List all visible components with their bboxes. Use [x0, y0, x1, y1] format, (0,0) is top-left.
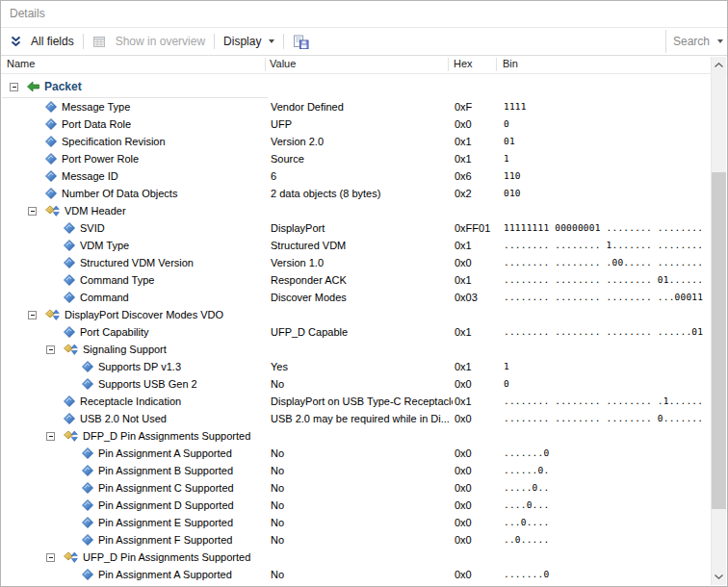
- row-label: Supports USB Gen 2: [98, 375, 197, 393]
- group-row[interactable]: DFP_D Pin Assignments Supported: [2, 427, 711, 445]
- show-in-overview-button[interactable]: Show in overview: [87, 32, 211, 51]
- field-row[interactable]: Message ID60x6110: [2, 167, 711, 185]
- row-label: SVID: [80, 219, 105, 237]
- field-row[interactable]: Pin Assignment E SupportedNo0x0...0....: [2, 514, 711, 531]
- field-row[interactable]: VDM TypeStructured VDM0x1........ ......…: [2, 237, 711, 254]
- group-row[interactable]: UFP_D Pin Assignments Supported: [2, 549, 711, 566]
- expander-minus-icon[interactable]: [46, 553, 55, 562]
- field-row[interactable]: Command TypeResponder ACK0x1........ ...…: [2, 271, 711, 289]
- field-row[interactable]: Pin Assignment A SupportedNo0x0.......0: [2, 566, 711, 583]
- field-row[interactable]: Supports USB Gen 2No0x00: [2, 375, 711, 393]
- row-value: No: [271, 479, 453, 497]
- group-row[interactable]: Signaling Support: [2, 341, 711, 358]
- field-diamond-icon: [64, 257, 75, 268]
- expander-minus-icon[interactable]: [28, 207, 37, 216]
- row-label: Port Power Role: [62, 150, 139, 167]
- field-row[interactable]: Port CapabilityUFP_D Capable0x1........ …: [2, 323, 711, 341]
- field-row[interactable]: Supports DP v1.3Yes0x11: [2, 358, 711, 375]
- row-value: Responder ACK: [271, 271, 453, 289]
- column-divider[interactable]: [496, 58, 497, 71]
- row-bin: .......0: [504, 566, 549, 583]
- row-value: Structured VDM: [271, 237, 453, 254]
- show-in-overview-label: Show in overview: [116, 35, 205, 48]
- row-value: DisplayPort: [271, 219, 453, 237]
- group-icon: [64, 430, 78, 443]
- row-bin: 0: [504, 375, 509, 393]
- scrollbar-up-icon[interactable]: [712, 57, 726, 73]
- row-value: 2 data objects (8 bytes): [271, 185, 453, 202]
- group-row[interactable]: VDM Header: [2, 202, 711, 219]
- row-bin: ....0...: [504, 497, 549, 514]
- name-cell: DisplayPort Discover Modes VDO: [2, 306, 711, 323]
- row-label: Pin Assignment F Supported: [98, 531, 232, 549]
- expander-minus-icon[interactable]: [10, 83, 18, 91]
- export-report-button[interactable]: [287, 32, 320, 52]
- row-hex: 0x1: [455, 133, 472, 150]
- row-bin: 0: [504, 115, 509, 133]
- field-row[interactable]: Port Power RoleSource0x11: [2, 150, 711, 167]
- field-row[interactable]: CommandDiscover Modes0x03........ ......…: [2, 289, 711, 306]
- field-row[interactable]: Receptacle IndicationDisplayPort on USB …: [2, 393, 711, 410]
- field-row[interactable]: Pin Assignment D SupportedNo0x0....0...: [2, 497, 711, 514]
- chevron-down-icon: [269, 39, 274, 43]
- row-value: Version 1.0: [271, 254, 453, 271]
- row-bin: 11111111 00000001 ........ ........: [504, 219, 703, 237]
- row-label: Packet: [44, 75, 82, 98]
- row-label: Port Data Role: [62, 115, 131, 133]
- field-row[interactable]: Specification RevisionVersion 2.00x101: [2, 133, 711, 150]
- row-value: Discover Modes: [271, 289, 453, 306]
- row-value: No: [271, 531, 453, 549]
- name-cell: DFP_D Pin Assignments Supported: [2, 427, 711, 445]
- column-header-hex[interactable]: Hex: [454, 58, 473, 69]
- field-row[interactable]: Port Data RoleUFP0x00: [2, 115, 711, 133]
- row-value: No: [271, 375, 453, 393]
- name-cell: Signaling Support: [2, 341, 711, 358]
- row-hex: 0x1: [455, 358, 472, 375]
- column-divider[interactable]: [265, 58, 266, 71]
- field-diamond-icon: [64, 240, 75, 251]
- row-hex: 0x0: [455, 566, 472, 583]
- vertical-scrollbar[interactable]: [711, 57, 726, 585]
- column-divider[interactable]: [448, 58, 449, 71]
- row-hex: 0xF: [455, 98, 472, 115]
- field-row[interactable]: Pin Assignment C SupportedNo0x0.....0..: [2, 479, 711, 497]
- row-hex: 0x0: [455, 115, 472, 133]
- packet-row[interactable]: Packet: [2, 75, 711, 98]
- field-row[interactable]: Structured VDM VersionVersion 1.00x0....…: [2, 254, 711, 271]
- scrollbar-down-icon[interactable]: [712, 569, 726, 585]
- field-row[interactable]: Pin Assignment B SupportedNo0x0......0.: [2, 462, 711, 479]
- expander-minus-icon[interactable]: [46, 432, 55, 441]
- expander-minus-icon[interactable]: [28, 311, 37, 319]
- all-fields-button[interactable]: All fields: [5, 32, 80, 51]
- column-header-name[interactable]: Name: [7, 58, 35, 69]
- column-header-bin[interactable]: Bin: [503, 58, 518, 69]
- field-diamond-icon: [82, 378, 93, 390]
- row-label: Receptacle Indication: [80, 393, 181, 410]
- field-diamond-icon: [45, 136, 57, 147]
- field-row[interactable]: Message TypeVendor Defined0xF1111: [2, 98, 711, 115]
- field-row[interactable]: SVIDDisplayPort0xFF0111111111 00000001 .…: [2, 219, 711, 237]
- field-row[interactable]: Number Of Data Objects2 data objects (8 …: [2, 185, 711, 202]
- search-input[interactable]: [673, 35, 717, 48]
- name-cell: UFP_D Pin Assignments Supported: [2, 549, 711, 566]
- display-dropdown-button[interactable]: Display: [218, 32, 280, 51]
- field-row[interactable]: Pin Assignment F SupportedNo0x0..0.....: [2, 531, 711, 549]
- field-diamond-icon: [82, 482, 93, 494]
- group-row[interactable]: DisplayPort Discover Modes VDO: [2, 306, 711, 323]
- search-dropdown-icon[interactable]: [717, 39, 723, 43]
- row-bin: ...0....: [504, 514, 549, 531]
- row-hex: 0x2: [455, 185, 472, 202]
- details-panel: Details All fields Show in overview: [0, 0, 728, 587]
- row-bin: 1: [504, 358, 509, 375]
- scrollbar-thumb[interactable]: [712, 172, 726, 509]
- row-value: No: [271, 497, 453, 514]
- field-row[interactable]: Pin Assignment A SupportedNo0x0.......0: [2, 445, 711, 462]
- row-label: Pin Assignment A Supported: [98, 445, 232, 462]
- field-row[interactable]: USB 2.0 Not UsedUSB 2.0 may be required …: [2, 410, 711, 427]
- row-hex: 0x0: [455, 445, 472, 462]
- row-hex: 0x0: [455, 254, 472, 271]
- expander-minus-icon[interactable]: [46, 345, 55, 354]
- row-label: Message ID: [62, 167, 118, 185]
- column-header-value[interactable]: Value: [270, 58, 296, 69]
- toolbar-separator: [283, 34, 284, 49]
